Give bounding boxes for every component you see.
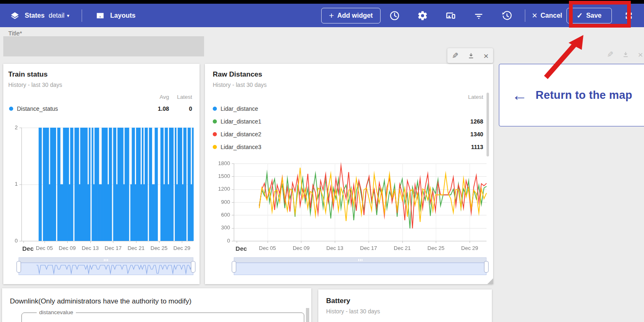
legend-latest-lidar-distance3: 1113 [471,144,483,150]
filter-icon[interactable] [470,7,487,24]
legend-dot-lidar-distance [213,107,217,111]
legend-scrollbar[interactable] [487,93,489,156]
widget-action-toolbar-faded: ✎ × [603,46,644,63]
train-status-title: Train status [8,70,62,79]
navigator-drag-strip[interactable] [19,257,193,263]
cancel-button[interactable]: × Cancel [532,11,562,20]
navigator-left-handle[interactable] [16,261,21,273]
navigator-window-raw[interactable] [234,263,487,275]
dashboard-edit-toolbar: States detail ▾ Layouts + Add widget [0,4,644,27]
battery-header: Battery History - last 30 days [326,297,380,315]
train-legend-values: 1.08 0 [146,105,192,112]
downlink-title: Downlink(Only administrators have the au… [10,297,191,306]
download-widget-icon-2[interactable] [622,51,629,58]
navigator-right-handle[interactable] [191,261,195,273]
widget-raw-distances: Raw Distances History - last 30 days Lat… [205,64,493,284]
navigator-mini-chart [19,263,193,275]
train-legend-headers: Avg Latest [146,94,192,100]
close-icon: × [532,11,537,20]
dashboard-title-input[interactable] [3,36,204,56]
download-widget-icon[interactable] [468,52,475,59]
cancel-label: Cancel [541,12,562,19]
chevron-down-icon: ▾ [67,13,69,19]
plus-icon: + [329,11,334,21]
legend-latest-lidar-distance2: 1340 [470,131,483,138]
widget-train-status: Train status History - last 30 days Avg … [3,64,200,284]
navigator-right-handle-raw[interactable] [484,261,489,273]
widget-action-toolbar: ✎ × [447,48,493,63]
legend-label-lidar-distance: Lidar_distance [221,105,258,112]
legend-header-latest: Latest [169,94,192,100]
legend-label-lidar-distance2: Lidar_distance2 [221,131,261,138]
raw-range-navigator[interactable] [234,257,487,276]
train-status-chart[interactable] [7,121,196,254]
distancevalue-field-label: distancevalue [37,309,76,315]
arrow-left-icon: ← [512,87,527,103]
train-range-navigator[interactable] [19,257,193,276]
raw-legend-header-latest: Latest [468,94,483,100]
raw-distances-subtitle: History - last 30 days [213,82,267,88]
legend-latest-lidar-distance1: 1268 [470,118,483,125]
train-legend-row[interactable]: Distance_status 1.08 0 [9,105,192,112]
remove-widget-icon[interactable]: × [484,51,489,60]
edit-widget-pencil-icon-2[interactable]: ✎ [607,51,613,58]
toolbar-divider-2 [525,9,525,22]
raw-legend-row-1[interactable]: Lidar_distance1 1268 [213,118,483,125]
timewindow-clock-icon[interactable] [386,7,403,24]
legend-label-distance-status: Distance_status [17,105,58,112]
legend-dot-lidar-distance3 [213,145,217,149]
add-widget-button[interactable]: + Add widget [321,8,381,23]
return-to-map-label: Return to the map [536,89,632,102]
legend-dot-lidar-distance2 [213,132,217,136]
widget-resize-handle[interactable] [487,278,493,284]
raw-distances-chart[interactable] [208,159,490,254]
train-status-header: Train status History - last 30 days [8,70,62,88]
entity-aliases-icon[interactable] [442,7,459,24]
browser-top-strip [0,0,644,4]
layouts-button[interactable]: Layouts [110,12,135,19]
settings-gear-icon[interactable] [414,7,431,24]
battery-title: Battery [326,297,380,305]
legend-label-lidar-distance3: Lidar_distance3 [221,144,261,150]
legend-dot-lidar-distance1 [213,119,217,124]
raw-legend-row-2[interactable]: Lidar_distance2 1340 [213,131,483,138]
downlink-scrollbar[interactable] [306,308,309,322]
train-status-subtitle: History - last 30 days [8,82,62,88]
add-widget-label: Add widget [337,12,373,19]
navigator-left-handle-raw[interactable] [232,261,236,273]
widget-downlink: Downlink(Only administrators have the au… [2,288,311,322]
legend-header-avg: Avg [146,94,169,100]
version-history-icon[interactable] [498,7,515,24]
raw-legend-row-3[interactable]: Lidar_distance3 1113 [213,144,483,150]
legend-dot-distance-status [9,107,13,111]
toolbar-left-group: States detail ▾ Layouts [9,7,136,24]
raw-legend-row-0[interactable]: Lidar_distance [213,105,483,112]
raw-distances-title: Raw Distances [213,70,267,79]
legend-label-lidar-distance1: Lidar_distance1 [221,118,261,125]
state-selected-value: detail [49,12,64,19]
navigator-drag-strip-raw[interactable] [234,257,487,263]
widget-return-to-map[interactable]: ← Return to the map [499,64,644,126]
state-select-dropdown[interactable]: detail ▾ [49,12,69,19]
states-label: States [25,12,45,19]
layouts-icon [94,7,106,24]
edit-widget-pencil-icon[interactable]: ✎ [452,52,458,60]
battery-subtitle: History - last 30 days [326,308,380,315]
remove-widget-icon-2[interactable]: × [638,50,643,59]
legend-avg-value: 1.08 [146,105,169,112]
legend-latest-value: 0 [169,105,192,112]
toolbar-divider [82,9,82,22]
dashboard-title-label: Title* [8,30,22,37]
states-layers-icon [9,7,21,24]
raw-distances-header: Raw Distances History - last 30 days [213,70,267,88]
save-highlight-rectangle [569,1,631,28]
widget-battery: Battery History - last 30 days [318,289,492,322]
